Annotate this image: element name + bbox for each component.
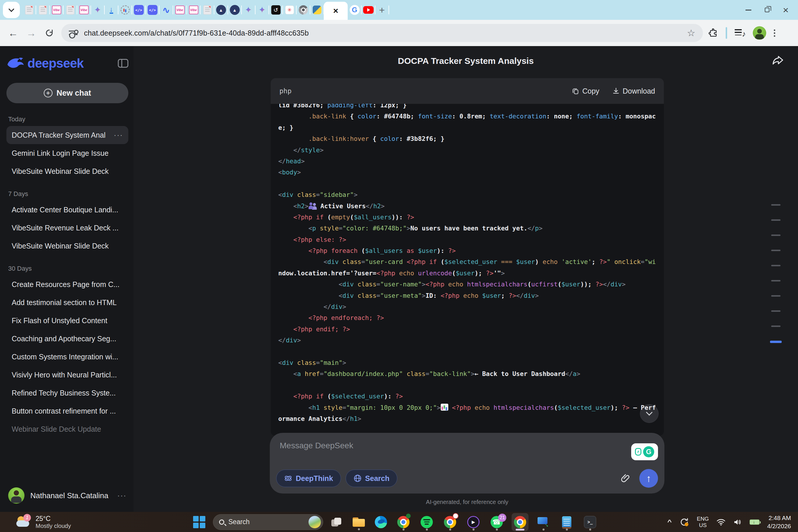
forward-button[interactable]: → [22, 24, 40, 42]
sidebar-chat-item[interactable]: Gemini Link Login Page Issue [6, 144, 128, 162]
sidebar-chat-item[interactable]: Button contrast refinement for ... [6, 402, 128, 420]
volume-icon[interactable] [733, 518, 742, 526]
sidebar-chat-item[interactable]: Custom Systems Integration wi... [6, 348, 128, 366]
attachment-paperclip-icon[interactable] [621, 473, 631, 483]
sidebar-chat-item[interactable]: Refined Techy Business Syste... [6, 384, 128, 402]
message-input[interactable]: Message DeepSeek [280, 441, 654, 450]
site-settings-icon[interactable] [69, 30, 78, 36]
weather-widget[interactable]: 1 25°C Mostly cloudy [16, 515, 121, 529]
pinned-tab-doc[interactable] [22, 0, 36, 20]
sidebar-chat-item[interactable]: Visivly Hero with Neural Particl... [6, 366, 128, 384]
sidebar-chat-item[interactable]: Add testimonial section to HTML [6, 293, 128, 311]
url-text[interactable]: chat.deepseek.com/a/chat/s/0f771f9b-631e… [84, 29, 683, 37]
pinned-tab-vibe[interactable]: Vibe [187, 0, 201, 20]
sidebar-chat-item[interactable]: VibeSuite Revenue Leak Deck ... [6, 219, 128, 237]
sidebar-chat-item[interactable]: Create Resources Page from C... [6, 276, 128, 293]
pinned-tab-chrome-gray[interactable] [296, 0, 310, 20]
pinned-tab-doc[interactable] [63, 0, 77, 20]
edge-button[interactable] [373, 513, 389, 531]
pinned-tab-navy-peak[interactable]: ▲ [214, 0, 228, 20]
remote-pc-taskbar-button[interactable] [535, 513, 552, 531]
pinned-tab-gemini[interactable]: ✦ [242, 0, 255, 20]
profile-row[interactable]: Nathanael Sta.Catalina ··· [6, 485, 128, 506]
pinned-tab-code[interactable]: </> [132, 0, 146, 20]
task-view-button[interactable] [328, 513, 345, 531]
pinned-tab-python[interactable] [310, 0, 324, 20]
pinned-tab-sparkle-wand[interactable]: ✳ [283, 0, 296, 20]
pinned-tab-vibe[interactable]: Vibe [50, 0, 63, 20]
share-icon[interactable] [772, 56, 784, 67]
pinned-tab-wave[interactable]: ∿ [159, 0, 173, 20]
start-button[interactable] [193, 516, 205, 528]
scroll-rail-mark[interactable] [771, 219, 780, 221]
browser-profile-avatar[interactable] [753, 26, 766, 40]
profile-menu-icon[interactable]: ··· [117, 491, 127, 500]
sidebar-chat-item[interactable]: Coaching and Apothecary Seg... [6, 329, 128, 348]
chrome-taskbar-button[interactable] [512, 513, 529, 531]
tab-search-button[interactable] [3, 2, 20, 18]
address-bar[interactable]: chat.deepseek.com/a/chat/s/0f771f9b-631e… [61, 24, 703, 42]
pinned-tab-youtube[interactable] [361, 0, 375, 20]
pinned-tab-doc[interactable] [36, 0, 50, 20]
close-button[interactable]: × [778, 2, 794, 18]
pinned-tab-download[interactable]: ↓ [104, 0, 118, 20]
pinned-tab-google[interactable]: G [348, 0, 361, 20]
notes-taskbar-button[interactable] [558, 513, 575, 531]
deepthink-button[interactable]: DeepThink [276, 470, 341, 487]
pinned-tab-gemini[interactable]: ✦ [91, 0, 104, 20]
terminal-taskbar-button[interactable]: >_ [582, 513, 598, 531]
sidebar-chat-item[interactable]: Webinar Slide Deck Update [6, 420, 128, 438]
copy-button[interactable]: Copy [572, 87, 599, 95]
pinned-tab-gemini[interactable]: ✦ [255, 0, 269, 20]
language-indicator[interactable]: ENG US [697, 516, 709, 529]
pinned-tab-navy-peak[interactable]: ▲ [228, 0, 242, 20]
pinned-tab-new-tab[interactable]: + [375, 0, 389, 20]
new-chat-button[interactable]: + New chat [6, 83, 128, 103]
search-button[interactable]: Search [346, 470, 397, 487]
taskbar-search[interactable]: Search [213, 514, 323, 530]
scroll-rail-mark[interactable] [771, 280, 780, 282]
pinned-tab-chart-ring[interactable] [118, 0, 132, 20]
spotify-taskbar-button[interactable] [418, 513, 435, 531]
scroll-rail-mark[interactable] [771, 234, 780, 236]
pinned-tab-vibe[interactable]: Vibe [77, 0, 91, 20]
active-tab[interactable]: × [324, 2, 348, 20]
file-explorer-button[interactable] [350, 513, 367, 531]
minimize-button[interactable] [740, 2, 757, 18]
reload-button[interactable] [40, 24, 58, 42]
chat-item-menu-icon[interactable]: ··· [114, 131, 123, 140]
tray-overflow-chevron[interactable]: ^ [667, 518, 672, 526]
grammarly-widget[interactable]: G [631, 443, 658, 460]
bookmark-star-icon[interactable]: ☆ [687, 27, 695, 38]
player-taskbar-button[interactable]: ▶ [465, 513, 482, 531]
sidebar-chat-item[interactable]: Activate Center Boutique Landi... [6, 201, 128, 219]
chrome-taskbar-button[interactable] [395, 513, 412, 531]
scroll-rail-mark[interactable] [771, 204, 780, 206]
sidebar-chat-item[interactable]: Fix Flash of Unstyled Content [6, 311, 128, 329]
sync-icon[interactable] [679, 517, 689, 527]
send-button[interactable]: ↑ [639, 469, 658, 488]
download-button[interactable]: Download [612, 87, 655, 95]
clock[interactable]: 2:48 AM 4/2/2026 [767, 514, 791, 530]
extensions-icon[interactable] [708, 28, 718, 38]
scroll-rail-mark[interactable] [771, 250, 780, 251]
scroll-rail-mark[interactable] [771, 295, 780, 297]
scroll-rail-mark[interactable] [771, 265, 780, 266]
back-button[interactable]: ← [4, 24, 22, 42]
chrome-taskbar-button[interactable] [442, 513, 458, 531]
whatsapp-taskbar-button[interactable]: ☎21 [488, 513, 505, 531]
pinned-tab-rotate-black[interactable]: ↺ [269, 0, 283, 20]
sidebar-chat-item[interactable]: DOCPA Tracker System Anal··· [6, 126, 128, 144]
browser-menu-icon[interactable] [774, 30, 775, 37]
pinned-tab-code[interactable]: </> [146, 0, 159, 20]
restore-button[interactable] [759, 2, 775, 18]
collapse-sidebar-icon[interactable] [118, 59, 128, 68]
scroll-rail-active-mark[interactable] [770, 341, 782, 343]
pinned-tab-vibe[interactable]: Vibe [173, 0, 187, 20]
scroll-rail-mark[interactable] [771, 325, 780, 327]
sidebar-chat-item[interactable]: VibeSuite Webinar Slide Deck [6, 237, 128, 255]
message-scroll-rail[interactable] [770, 204, 782, 343]
pinned-tab-doc[interactable] [201, 0, 214, 20]
wifi-icon[interactable] [716, 518, 726, 526]
code-content[interactable]: lid #3b82f6; padding-left: 12px; } .back… [271, 100, 664, 436]
